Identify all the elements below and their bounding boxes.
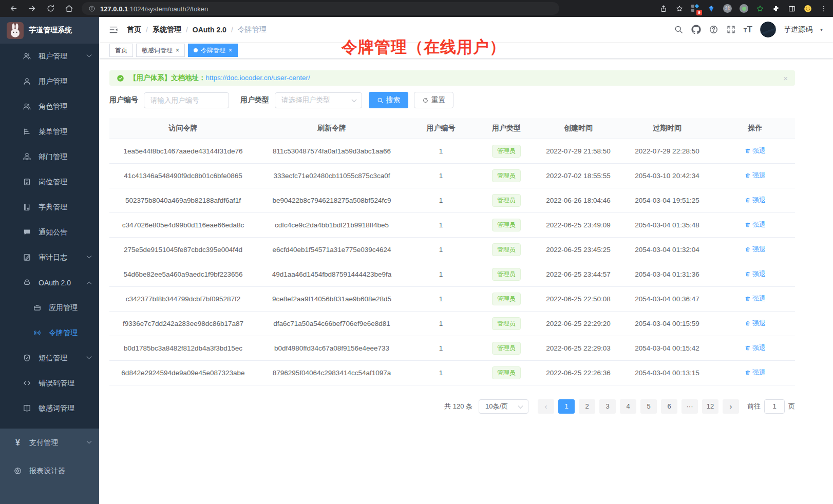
action-cell: 强退 [715, 188, 795, 212]
pagination-total: 共 120 条 [444, 402, 472, 411]
github-icon[interactable] [691, 25, 701, 34]
sidebar-item-label: 租户管理 [39, 52, 67, 61]
sidebar-item-notice-bubble[interactable]: 通知公告 [0, 220, 99, 245]
sidebar-item-label: 角色管理 [39, 102, 67, 111]
tab-sensitive-words[interactable]: 敏感词管理 × [136, 44, 185, 57]
user-id-input[interactable] [144, 92, 229, 108]
fullscreen-icon[interactable] [726, 25, 736, 34]
sidebar-item-briefcase[interactable]: 应用管理 [0, 295, 99, 320]
side-panel-icon[interactable] [788, 5, 796, 13]
app-logo[interactable]: 芋道管理系统 [0, 17, 99, 44]
browser-back-icon[interactable] [9, 4, 18, 13]
bookmark-star-icon[interactable] [675, 5, 684, 13]
next-page-button[interactable]: › [723, 399, 739, 414]
page-button-3[interactable]: 3 [599, 399, 616, 414]
force-logout-button[interactable]: 强退 [745, 220, 766, 229]
force-logout-button[interactable]: 强退 [745, 146, 766, 156]
tab-token-management[interactable]: 令牌管理 × [188, 44, 238, 57]
page-button-2[interactable]: 2 [579, 399, 595, 414]
page-info-icon[interactable] [88, 5, 96, 12]
sidebar-item-user[interactable]: 用户管理 [0, 69, 99, 94]
doc-link[interactable]: https://doc.iocoder.cn/user-center/ [206, 74, 310, 82]
user-type-select[interactable]: 请选择用户类型 [275, 92, 362, 108]
sidebar-item-audit-log[interactable]: 审计日志 [0, 245, 99, 270]
sidebar-item-broadcast[interactable]: 令牌管理 [0, 320, 99, 345]
share-icon[interactable] [659, 5, 668, 13]
font-size-icon[interactable]: TT [744, 25, 752, 35]
force-logout-button[interactable]: 强退 [745, 294, 766, 303]
action-cell: 强退 [715, 139, 795, 163]
browser-menu-icon[interactable] [820, 5, 828, 13]
prev-page-button[interactable]: ‹ [538, 399, 554, 414]
url-bar[interactable]: 127.0.0.1:1024/system/oauth2/token [82, 2, 559, 15]
page-size-select[interactable]: 10条/页 [479, 399, 528, 414]
tab-close-icon[interactable]: × [176, 47, 179, 53]
goto-suffix: 页 [788, 402, 795, 411]
tab-home[interactable]: 首页 [109, 44, 133, 57]
created-time-cell: 2022-06-25 23:49:09 [538, 212, 619, 237]
user-type-placeholder: 请选择用户类型 [281, 95, 330, 105]
search-icon[interactable] [674, 25, 684, 34]
force-logout-label: 强退 [752, 269, 766, 279]
breadcrumb-system[interactable]: 系统管理 [153, 25, 181, 34]
reset-button[interactable]: 重置 [414, 92, 453, 108]
browser-reload-icon[interactable] [46, 4, 55, 13]
sidebar-item-shield-check[interactable]: 短信管理 [0, 345, 99, 371]
username[interactable]: 芋道源码 [784, 25, 812, 34]
sidebar-item-org-chart[interactable]: 部门管理 [0, 144, 99, 169]
page-button-12[interactable]: 12 [702, 399, 718, 414]
sidebar-item-report-wheel[interactable]: 报表设计器 [0, 457, 99, 485]
force-logout-button[interactable]: 强退 [745, 368, 766, 377]
user-avatar[interactable] [760, 22, 776, 37]
force-logout-button[interactable]: 强退 [745, 269, 766, 279]
access-token-cell: 1ea5e44f8bc1467aaede43144f31de76 [109, 139, 257, 163]
extension-grid-icon[interactable]: 9 [691, 5, 699, 13]
sidebar-item-robot[interactable]: OAuth 2.0 [0, 270, 99, 295]
sidebar-item-code-brackets[interactable]: 错误码管理 [0, 371, 99, 396]
breadcrumb: 首页 / 系统管理 / OAuth 2.0 / 令牌管理 [127, 25, 267, 34]
user-id-cell: 1 [407, 336, 475, 360]
report-wheel-icon [13, 467, 22, 475]
force-logout-button[interactable]: 强退 [745, 196, 766, 205]
sidebar-item-role[interactable]: 角色管理 [0, 94, 99, 119]
search-button[interactable]: 搜索 [369, 92, 408, 108]
breadcrumb-oauth[interactable]: OAuth 2.0 [193, 26, 226, 34]
sidebar-item-yen[interactable]: ¥支付管理 [0, 429, 99, 457]
sidebar-item-dict-book[interactable]: 字典管理 [0, 195, 99, 220]
extension-gem-icon[interactable] [707, 5, 715, 13]
extension-star-icon[interactable] [756, 5, 764, 13]
extension-command-icon[interactable]: ⌘ [723, 4, 732, 13]
profile-emoji-icon[interactable] [804, 5, 812, 13]
goto-page-input[interactable] [764, 399, 785, 414]
sidebar-item-tenant[interactable]: 租户管理 [0, 44, 99, 69]
page-button-1[interactable]: 1 [558, 399, 575, 414]
page-button-4[interactable]: 4 [620, 399, 636, 414]
refresh-token-cell: 49d1aa46d1454fbd87591444423be9fa [257, 262, 407, 286]
sidebar-item-open-book[interactable]: 敏感词管理 [0, 396, 99, 421]
table-row: 275e5de9151045fe87cbdc395e004f4de6cfd40e… [109, 237, 795, 262]
trash-icon [745, 197, 751, 203]
sidebar-toggle-button[interactable] [108, 25, 119, 35]
browser-home-icon[interactable] [65, 4, 73, 13]
extension-puzzle-icon[interactable] [772, 5, 780, 13]
help-icon[interactable] [709, 25, 718, 34]
alert-close-icon[interactable]: × [783, 74, 788, 83]
user-menu-caret-icon[interactable]: ▾ [820, 27, 823, 32]
sidebar-item-label: 部门管理 [39, 152, 67, 162]
breadcrumb-home[interactable]: 首页 [127, 25, 141, 34]
sidebar-item-menu-tree[interactable]: 菜单管理 [0, 119, 99, 144]
user-id-cell: 1 [407, 360, 475, 385]
tab-close-icon[interactable]: × [229, 47, 232, 53]
page-button-5[interactable]: 5 [640, 399, 657, 414]
search-button-label: 搜索 [386, 95, 400, 105]
force-logout-button[interactable]: 强退 [745, 319, 766, 328]
force-logout-button[interactable]: 强退 [745, 245, 766, 254]
page-button-6[interactable]: 6 [661, 399, 677, 414]
table-row: c342377bf8b344799dcbf7bf095287f29ce8ef2a… [109, 286, 795, 311]
sidebar-item-post-badge[interactable]: 岗位管理 [0, 169, 99, 195]
force-logout-button[interactable]: 强退 [745, 343, 766, 353]
more-pages-button[interactable]: ··· [681, 399, 698, 414]
extension-record-icon[interactable] [740, 4, 748, 13]
force-logout-button[interactable]: 强退 [745, 171, 766, 180]
browser-forward-icon[interactable] [28, 4, 36, 13]
